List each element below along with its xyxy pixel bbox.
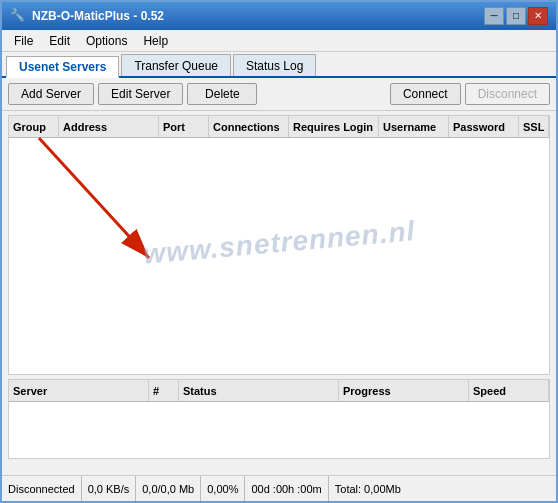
title-buttons: ─ □ ✕ <box>484 7 548 25</box>
tab-status-log[interactable]: Status Log <box>233 54 316 76</box>
edit-server-button[interactable]: Edit Server <box>98 83 183 105</box>
server-list-body: www.snetrennen.nl <box>9 138 549 348</box>
add-server-button[interactable]: Add Server <box>8 83 94 105</box>
connect-button[interactable]: Connect <box>390 83 461 105</box>
col-header-speed: Speed <box>469 380 549 401</box>
status-total: Total: 0,00Mb <box>329 476 407 501</box>
title-bar: 🔧 NZB-O-MaticPlus - 0.52 ─ □ ✕ <box>2 2 556 30</box>
col-header-status: Status <box>179 380 339 401</box>
maximize-button[interactable]: □ <box>506 7 526 25</box>
tab-transfer-queue[interactable]: Transfer Queue <box>121 54 231 76</box>
col-header-ssl: SSL <box>519 116 549 137</box>
tab-usenet-servers[interactable]: Usenet Servers <box>6 56 119 78</box>
queue-table-panel: Server # Status Progress Speed <box>8 379 550 459</box>
window-title: NZB-O-MaticPlus - 0.52 <box>32 9 164 23</box>
arrow-decoration <box>19 128 239 328</box>
toolbar: Add Server Edit Server Delete Connect Di… <box>2 78 556 111</box>
status-speed: 0,0 KB/s <box>82 476 137 501</box>
col-header-connections: Connections <box>209 116 289 137</box>
menu-edit[interactable]: Edit <box>41 32 78 50</box>
server-list-panel: Group Address Port Connections Requires … <box>8 115 550 375</box>
main-window: 🔧 NZB-O-MaticPlus - 0.52 ─ □ ✕ File Edit… <box>0 0 558 503</box>
col-header-server: Server <box>9 380 149 401</box>
title-bar-left: 🔧 NZB-O-MaticPlus - 0.52 <box>10 8 164 24</box>
menu-bar: File Edit Options Help <box>2 30 556 52</box>
status-time: 00d :00h :00m <box>245 476 328 501</box>
disconnect-button[interactable]: Disconnect <box>465 83 550 105</box>
col-header-username: Username <box>379 116 449 137</box>
status-transfer: 0,0/0,0 Mb <box>136 476 201 501</box>
tab-bar: Usenet Servers Transfer Queue Status Log <box>2 52 556 78</box>
close-button[interactable]: ✕ <box>528 7 548 25</box>
minimize-button[interactable]: ─ <box>484 7 504 25</box>
menu-file[interactable]: File <box>6 32 41 50</box>
col-header-password: Password <box>449 116 519 137</box>
content-area: Usenet Servers Transfer Queue Status Log… <box>2 52 556 503</box>
server-table-header: Group Address Port Connections Requires … <box>9 116 549 138</box>
watermark: www.snetrennen.nl <box>142 215 416 271</box>
delete-button[interactable]: Delete <box>187 83 257 105</box>
col-header-hash: # <box>149 380 179 401</box>
col-header-port: Port <box>159 116 209 137</box>
svg-line-1 <box>39 138 149 258</box>
col-header-requires-login: Requires Login <box>289 116 379 137</box>
app-icon: 🔧 <box>10 8 26 24</box>
status-percent: 0,00% <box>201 476 245 501</box>
col-header-progress: Progress <box>339 380 469 401</box>
menu-options[interactable]: Options <box>78 32 135 50</box>
col-header-address: Address <box>59 116 159 137</box>
status-connection: Disconnected <box>8 476 82 501</box>
queue-table-header: Server # Status Progress Speed <box>9 380 549 402</box>
menu-help[interactable]: Help <box>135 32 176 50</box>
status-bar: Disconnected 0,0 KB/s 0,0/0,0 Mb 0,00% 0… <box>2 475 556 501</box>
col-header-group: Group <box>9 116 59 137</box>
